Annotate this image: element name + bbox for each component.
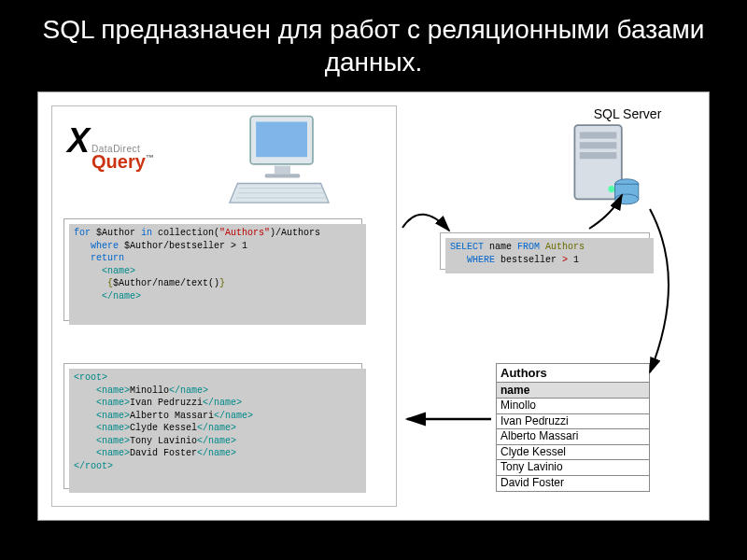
svg-rect-3 [265, 174, 301, 177]
table-row: David Foster [497, 476, 649, 491]
svg-point-11 [608, 186, 614, 192]
table-row: Alberto Massari [497, 429, 649, 445]
table-row: Minollo [497, 399, 649, 414]
xml-result: <root> <name>Minollo</name> <name>Ivan P… [63, 363, 362, 489]
svg-rect-1 [256, 122, 307, 158]
table-row: Clyde Kessel [497, 445, 649, 461]
logo-x: X [67, 121, 90, 161]
svg-rect-9 [580, 142, 617, 148]
table-title: Authors [497, 364, 649, 383]
diagram-panel: X DataDirect Query™ [37, 91, 710, 521]
svg-rect-10 [580, 152, 617, 159]
server-icon: SQL Server [561, 109, 645, 216]
table-header: name [497, 383, 649, 399]
computer-icon [218, 112, 340, 214]
logo-query: Query™ [92, 153, 154, 170]
xquery-code: for $Author in collection("Authors")/Aut… [63, 218, 362, 321]
authors-table: Authors name Minollo Ivan Pedruzzi Alber… [496, 363, 650, 492]
slide-title: SQL предназначен для работ с реляционным… [0, 0, 747, 86]
table-row: Tony Lavinio [497, 460, 649, 476]
table-row: Ivan Pedruzzi [497, 414, 649, 430]
sql-query: SELECT name FROM Authors WHERE bestselle… [440, 232, 650, 270]
server-label: SQL Server [557, 106, 698, 121]
svg-rect-2 [275, 166, 290, 175]
xquery-logo: X DataDirect Query™ [67, 121, 154, 170]
xquery-group: X DataDirect Query™ [51, 105, 397, 507]
svg-rect-8 [580, 132, 617, 138]
svg-point-14 [615, 194, 639, 204]
